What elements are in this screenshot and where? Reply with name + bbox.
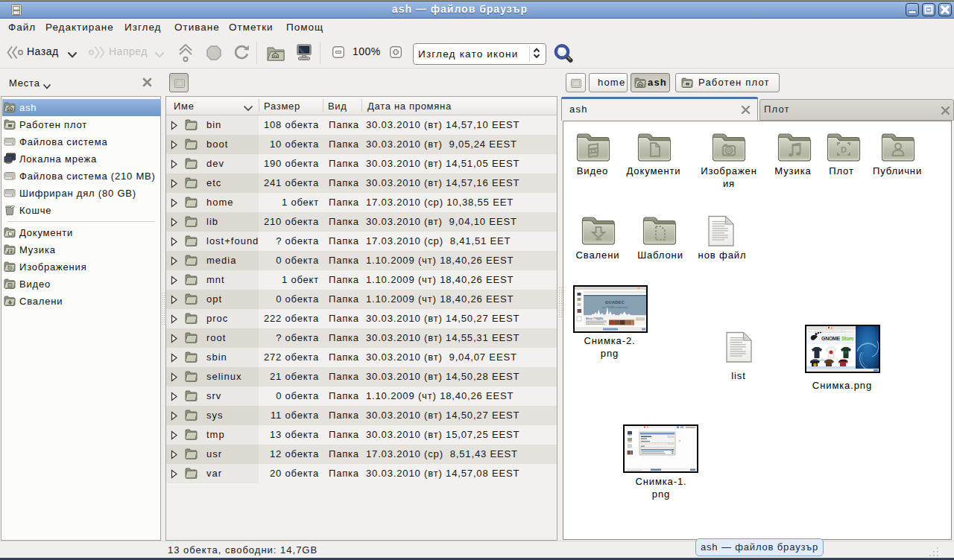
svg-text:D: D: [841, 145, 847, 154]
svg-text:тхе GNOME конференце: тхе GNOME конференце: [602, 306, 628, 309]
svg-text:GNOME: GNOME: [821, 336, 841, 341]
svg-text:GUADEC: GUADEC: [605, 300, 625, 305]
svg-text:документи папка: документи папка: [627, 469, 642, 471]
svg-text:Абоут ГУАДЕЦ: Абоут ГУАДЕЦ: [586, 317, 604, 320]
svg-text:днзnetworkshirt: днзnetworkshirt: [812, 359, 826, 362]
svg-text:Store: Store: [841, 336, 854, 341]
